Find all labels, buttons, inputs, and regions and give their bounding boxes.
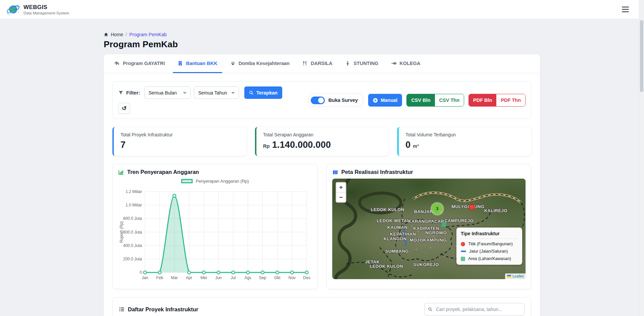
- svg-text:400.0 Juta: 400.0 Juta: [123, 243, 142, 248]
- stat-card-total-volume: Total Volume Terbangun 0 m³: [397, 127, 531, 156]
- map-place-label: KLANGON: [384, 236, 407, 241]
- map-place-label: LEDOK KULON: [371, 207, 404, 212]
- leaflet-link[interactable]: Leaflet: [512, 274, 524, 278]
- pdf-year-button[interactable]: PDF Thn: [496, 94, 525, 106]
- map-place-label: SUMBANG: [385, 249, 409, 254]
- map-place-label: CAMPUREJO: [445, 218, 474, 223]
- map-icon: [332, 169, 338, 175]
- blue-line-swatch: [461, 251, 466, 252]
- map-legend-title: Tipe Infrastruktur: [461, 231, 518, 239]
- tab-stunting[interactable]: STUNTING: [340, 54, 383, 73]
- map-attribution: Leaflet: [505, 273, 526, 279]
- funnel-icon: [118, 90, 123, 96]
- stat-card-total-serapan: Total Serapan Anggaran Rp 1.140.000.000: [255, 127, 389, 156]
- building-icon: [178, 61, 183, 66]
- csv-month-button[interactable]: CSV Bln: [407, 94, 435, 106]
- month-filter-value: Semua Bulan: [149, 90, 177, 96]
- utensils-icon: [302, 61, 308, 66]
- svg-text:1.0 Miliar: 1.0 Miliar: [126, 203, 142, 207]
- map-place-label: KAUMAN: [387, 225, 407, 230]
- legend-swatch: [181, 179, 193, 183]
- map-panel-title: Peta Realisasi Infrastruktur: [341, 169, 413, 175]
- manual-button[interactable]: Manual: [368, 94, 402, 107]
- map-legend: Tipe Infrastruktur Titik (Fasum/Bangunan…: [456, 228, 522, 265]
- pdf-month-button[interactable]: PDF Bln: [469, 94, 496, 106]
- year-filter-select[interactable]: Semua Tahun: [194, 86, 239, 99]
- brand-name: WEBGIS: [23, 4, 69, 11]
- svg-text:Mei: Mei: [201, 275, 207, 280]
- svg-text:Jan: Jan: [142, 275, 148, 280]
- scrollbar-thumb[interactable]: [640, 20, 643, 92]
- leaflet-map[interactable]: + − LEDOK KULONBANJAREJOMULYOAGUNGKALIRE…: [332, 179, 526, 279]
- stat-label: Total Serapan Anggaran: [263, 132, 382, 137]
- webgis-logo-globe-icon: [6, 2, 20, 16]
- apply-filter-button[interactable]: Terapkan: [244, 86, 282, 99]
- child-icon: [345, 61, 350, 66]
- legend-item-titik: Titik (Fasum/Bangunan): [461, 242, 518, 246]
- green-square-swatch: [461, 257, 465, 261]
- projects-panel-title: Daftar Proyek Infrastruktur: [128, 306, 198, 313]
- tab-label: KOLEGA: [400, 61, 420, 66]
- breadcrumb-home-link[interactable]: Home: [111, 32, 123, 37]
- tab-bantuan-bkk[interactable]: Bantuan BKK: [173, 54, 222, 73]
- currency-prefix: Rp: [263, 143, 270, 149]
- csv-export-group: CSV Bln CSV Thn: [406, 94, 464, 107]
- map-place-label: KALIREJO: [484, 208, 507, 213]
- stat-value: 1.140.000.000: [272, 140, 331, 150]
- tab-darsila[interactable]: DARSILA: [298, 54, 337, 73]
- filter-panel: Filter: Semua Bulan Semua Tahun: [112, 81, 531, 119]
- breadcrumb-current-link[interactable]: Program PemKab: [129, 32, 166, 37]
- svg-text:600.0 Juta: 600.0 Juta: [123, 230, 142, 235]
- search-icon: [428, 307, 433, 312]
- brand-subtitle: Data Management System: [23, 11, 69, 15]
- tab-label: DARSILA: [311, 61, 332, 66]
- tab-domba-kesejahteraan[interactable]: Domba Kesejahteraan: [226, 54, 294, 73]
- area-chart: 0200.0 Juta400.0 Juta600.0 Juta800.0 Jut…: [118, 184, 312, 285]
- point-marker[interactable]: [469, 204, 475, 210]
- list-icon: [119, 306, 125, 312]
- projects-panel: Daftar Proyek Infrastruktur: [112, 297, 531, 316]
- tab-kolega[interactable]: KOLEGA: [387, 54, 425, 73]
- reset-filter-button[interactable]: ↺: [118, 103, 130, 114]
- csv-year-button[interactable]: CSV Thn: [435, 94, 464, 106]
- program-card: Program GAYATRI Bantuan BKK: [104, 54, 540, 316]
- stats-row: Total Proyek Infrastruktur 7 Total Serap…: [112, 127, 531, 156]
- chart-panel-title: Tren Penyerapan Anggaran: [127, 169, 199, 175]
- red-circle-swatch: [461, 242, 465, 246]
- map-place-label: KARANGPACAR: [408, 218, 444, 224]
- survey-toggle-switch[interactable]: [311, 97, 325, 104]
- search-icon: [249, 90, 254, 95]
- breadcrumb-separator: /: [126, 32, 127, 37]
- map-panel: Peta Realisasi Infrastruktur: [327, 164, 531, 289]
- svg-text:Sep: Sep: [259, 275, 266, 280]
- tractor-icon: [114, 61, 120, 66]
- charts-row: Tren Penyerapan Anggaran Penyerapan Angg…: [112, 164, 531, 289]
- zoom-in-button[interactable]: +: [336, 183, 346, 192]
- tab-label: STUNTING: [353, 61, 378, 66]
- area-marker[interactable]: [442, 222, 446, 227]
- map-place-label: MULYOAGUNG: [451, 204, 484, 209]
- month-filter-select[interactable]: Semua Bulan: [144, 86, 191, 99]
- tab-program-gayatri[interactable]: Program GAYATRI: [110, 54, 169, 73]
- year-filter-value: Semua Tahun: [198, 90, 227, 96]
- cluster-marker[interactable]: 3: [431, 202, 444, 215]
- svg-text:Jun: Jun: [215, 275, 221, 280]
- chart-legend[interactable]: Penyerapan Anggaran (Rp): [181, 179, 249, 184]
- zoom-out-button[interactable]: −: [336, 192, 346, 202]
- stat-unit: m³: [413, 143, 419, 149]
- svg-text:800.0 Juta: 800.0 Juta: [123, 216, 142, 221]
- stat-label: Total Volume Terbangun: [405, 132, 525, 137]
- legend-item-area: Area (Lahan/Kawasan): [461, 256, 518, 261]
- svg-text:Jul: Jul: [231, 275, 236, 280]
- plus-circle-icon: [373, 98, 378, 103]
- hamburger-menu-icon[interactable]: [622, 7, 629, 12]
- map-zoom-control: + −: [336, 182, 346, 203]
- tab-label: Domba Kesejahteraan: [239, 61, 290, 66]
- paw-icon: [230, 61, 236, 66]
- stat-label: Total Proyek Infrastruktur: [120, 132, 240, 137]
- map-place-label: NGROWO: [425, 230, 447, 235]
- project-search-input[interactable]: [424, 303, 525, 316]
- survey-toggle-label: Buka Survey: [329, 98, 358, 103]
- tab-label: Bantuan BKK: [186, 61, 217, 66]
- map-place-label: KEPATIHAN: [390, 231, 416, 236]
